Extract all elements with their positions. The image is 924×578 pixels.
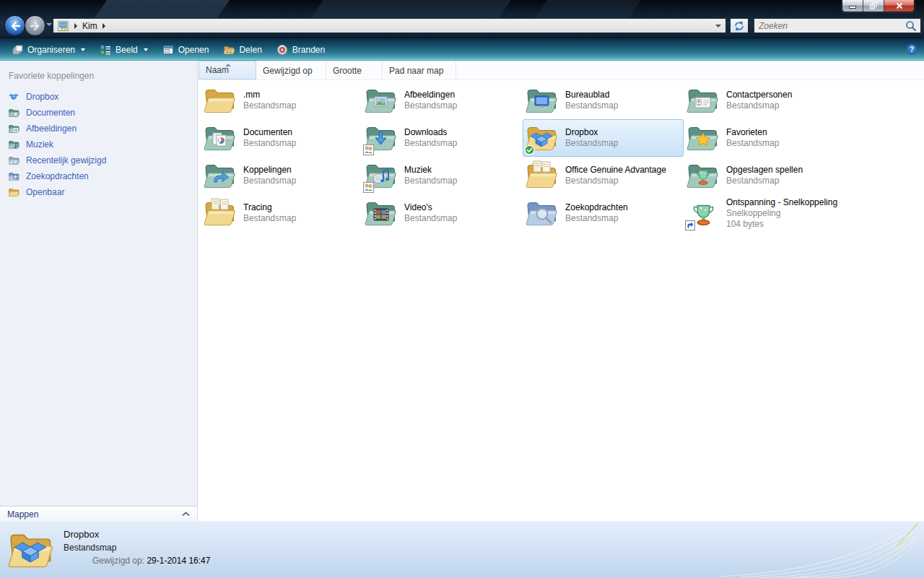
file-name: Dropbox [565, 127, 618, 138]
file-tile-afbeeldingen[interactable]: AfbeeldingenBestandsmap [362, 82, 523, 119]
restore-icon [870, 2, 878, 9]
file-tile-documenten[interactable]: DocumentenBestandsmap [201, 119, 362, 157]
chevron-up-icon [182, 512, 190, 517]
folder-pictures-icon [363, 83, 398, 118]
selected-item-icon [6, 525, 55, 577]
file-type: Bestandsmap [565, 138, 618, 149]
branden-button[interactable]: Branden [269, 41, 332, 59]
column-header-label: Gewijzigd op [263, 66, 313, 76]
openen-button[interactable]: Openen [155, 41, 217, 59]
column-header-label: Naam [206, 65, 229, 75]
search-icon[interactable] [905, 20, 917, 32]
file-tile-office-genuine-advantage[interactable]: Office Genuine AdvantageBestandsmap [523, 157, 684, 194]
beeld-button[interactable]: Beeld [92, 41, 155, 59]
column-header-grootte[interactable]: Grootte [326, 61, 383, 79]
share-icon [223, 44, 235, 56]
search-box[interactable] [754, 18, 921, 33]
open-icon [162, 44, 174, 56]
folder-plain-icon [202, 83, 237, 118]
folder-search-icon [524, 196, 559, 230]
modified-value: 29-1-2014 16:47 [147, 556, 210, 566]
music-icon [8, 139, 19, 150]
help-button[interactable]: ? [906, 43, 918, 58]
file-tile-contactpersonen[interactable]: ContactpersonenBestandsmap [684, 82, 845, 119]
file-tile-muziek[interactable]: MuziekBestandsmap [362, 157, 523, 194]
favorite-links-header: Favoriete koppelingen [0, 61, 197, 89]
column-header-label: Grootte [333, 66, 362, 76]
file-tile-dropbox[interactable]: DropboxBestandsmap [523, 119, 684, 157]
restore-button[interactable] [863, 0, 884, 12]
navigation-pane: Favoriete koppelingen DropboxDocumentenA… [0, 61, 198, 506]
sidebar-item-muziek[interactable]: Muziek [0, 137, 197, 152]
pictures-icon [8, 123, 19, 134]
column-header-label: Pad naar map [389, 66, 443, 76]
close-button[interactable] [884, 0, 914, 12]
file-name: Bureaublad [565, 90, 618, 100]
breadcrumb-arrow-icon[interactable] [74, 23, 77, 29]
delen-button[interactable]: Delen [216, 41, 269, 59]
sidebar-item-openbaar[interactable]: Openbaar [0, 184, 197, 200]
file-tile-zoekopdrachten[interactable]: ZoekopdrachtenBestandsmap [523, 194, 684, 232]
organize-icon [12, 44, 23, 56]
file-type: Bestandsmap [726, 100, 792, 111]
file-tile-ontspanning-snelkoppeling[interactable]: Ontspanning - SnelkoppelingSnelkoppeling… [684, 194, 845, 232]
file-name: Contactpersonen [726, 90, 792, 100]
titlebar: Kim [0, 0, 924, 38]
column-header-naam[interactable]: Naam [199, 61, 256, 79]
sidebar-item-documenten[interactable]: Documenten [0, 105, 197, 121]
recent-pages-dropdown[interactable] [46, 23, 52, 26]
breadcrumb-item[interactable]: Kim [82, 21, 97, 31]
file-name: .mm [243, 90, 296, 100]
back-button[interactable] [4, 15, 25, 36]
column-header-pad-naar-map[interactable]: Pad naar map [383, 61, 456, 79]
decorative-swoosh [707, 522, 924, 578]
dropdown-caret-icon [144, 48, 148, 51]
minimize-icon [849, 4, 856, 9]
file-name: Muziek [404, 165, 457, 176]
file-tile-downloads[interactable]: DownloadsBestandsmap [362, 119, 523, 157]
file-name: Ontspanning - Snelkoppeling [726, 197, 837, 208]
folders-band[interactable]: Mappen [0, 506, 198, 522]
public-icon [8, 186, 19, 198]
minimize-button[interactable] [842, 0, 863, 12]
file-type: Bestandsmap [404, 213, 457, 224]
sidebar-item-recentelijk-gewijzigd[interactable]: Recentelijk gewijzigd [0, 152, 197, 168]
file-type: Bestandsmap [726, 176, 803, 186]
recent-icon [8, 155, 19, 166]
dropdown-caret-icon [81, 48, 85, 51]
location-folder-icon [58, 20, 69, 32]
explorer-window: Kim OrganiserenBeeldOpenenDelenBranden ?… [0, 0, 924, 578]
sidebar-item-label: Zoekopdrachten [26, 171, 89, 181]
file-tile-favorieten[interactable]: FavorietenBestandsmap [684, 119, 845, 157]
forward-button[interactable] [25, 15, 45, 36]
sidebar-item-label: Dropbox [26, 92, 58, 102]
folder-music-icon [363, 158, 398, 193]
file-tile-opgeslagen-spellen[interactable]: Opgeslagen spellenBestandsmap [684, 157, 845, 194]
toolbar-button-label: Organiseren [27, 45, 75, 55]
searches-icon [8, 171, 19, 182]
sidebar-item-dropbox[interactable]: Dropbox [0, 89, 197, 105]
file-type: Snelkoppeling [726, 208, 837, 219]
sidebar-item-zoekopdrachten[interactable]: Zoekopdrachten [0, 168, 197, 184]
organiseren-button[interactable]: Organiseren [4, 41, 92, 59]
column-header-gewijzigd-op[interactable]: Gewijzigd op [256, 61, 326, 79]
breadcrumb-arrow-icon[interactable] [103, 23, 105, 29]
sidebar-item-afbeeldingen[interactable]: Afbeeldingen [0, 121, 197, 137]
sidebar-item-label: Afbeeldingen [26, 124, 77, 134]
file-list-area: NaamGewijzigd opGroottePad naar map .mmB… [199, 61, 924, 522]
address-bar[interactable]: Kim [53, 18, 726, 33]
file-tile-koppelingen[interactable]: KoppelingenBestandsmap [201, 157, 362, 194]
folder-videos-icon [363, 196, 398, 230]
file-type: Bestandsmap [565, 100, 618, 111]
search-input[interactable] [754, 21, 905, 31]
file-type: Bestandsmap [404, 176, 457, 186]
file-tile-mm[interactable]: .mmBestandsmap [201, 82, 362, 119]
sidebar-item-label: Recentelijk gewijzigd [26, 155, 106, 165]
file-tile-tracing[interactable]: TracingBestandsmap [201, 194, 362, 232]
file-name: Favorieten [726, 127, 779, 138]
address-dropdown-caret[interactable] [715, 25, 721, 27]
refresh-button[interactable] [730, 18, 749, 33]
file-tile-video-s[interactable]: Video'sBestandsmap [362, 194, 523, 232]
file-tile-bureaublad[interactable]: BureaubladBestandsmap [523, 82, 684, 119]
folder-contacts-icon [685, 83, 720, 118]
